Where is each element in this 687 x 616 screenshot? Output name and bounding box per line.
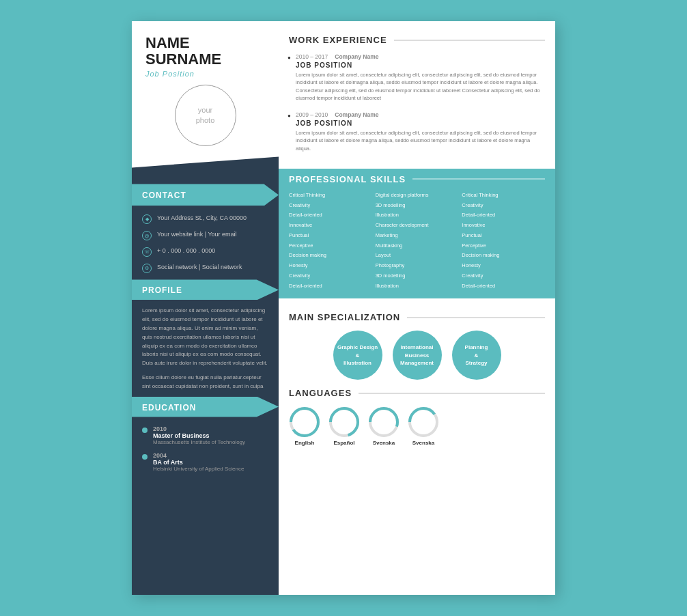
spec-circle-text: Graphic Design & Illustration [337, 344, 378, 367]
skill-item: Honesty [289, 262, 372, 270]
lang-circle-wrap: Svenska [368, 406, 399, 446]
skill-item: Decision making [462, 251, 545, 260]
resume: NAME SURNAME Job Position yourphoto CONT… [132, 21, 555, 595]
edu-item-1: 2010 Master of Business Massachusetts In… [142, 425, 268, 445]
contact-website: @ Your website link | Your email [142, 230, 268, 240]
work-title-1: JOB POSITION [296, 61, 545, 69]
lang-circles: English Español Svenska Svenska [289, 406, 545, 446]
skill-item: Decision making [289, 251, 372, 260]
work-item-1: 2010 – 2017 Company Name JOB POSITION Lo… [289, 53, 545, 102]
lang-label: Español [333, 440, 354, 446]
website-text: Your website link | Your email [157, 230, 237, 239]
skill-item: Detail-oriented [289, 282, 372, 291]
work-exp-title: WORK EXPERIENCE [289, 35, 387, 45]
contact-address: ◆ Your Address St., City, CA 00000 [142, 214, 268, 224]
skill-item: Detail-oriented [462, 211, 545, 220]
contact-header: CONTACT [132, 184, 279, 206]
work-years-1: 2010 – 2017 [296, 53, 328, 60]
skills-section: PROFESSIONAL SKILLS Critical ThinkingDig… [279, 169, 555, 299]
work-meta-1: 2010 – 2017 Company Name [296, 53, 545, 60]
skill-item: Perceptive [289, 242, 372, 251]
name-block: NAME SURNAME Job Position [145, 35, 265, 78]
skills-title-text: PROFESSIONAL SKILLS [289, 174, 406, 184]
lang-title-underline [359, 393, 545, 394]
skill-item: Creativity [462, 201, 545, 210]
spec-title-underline [407, 317, 545, 318]
contact-social: ⚙ Social network | Social network [142, 263, 268, 273]
job-position: Job Position [145, 70, 265, 78]
profile-section: PROFILE Lorem ipsum dolor sit amet, cons… [132, 279, 279, 391]
skills-title-bar [412, 178, 545, 180]
skills-grid: Critical ThinkingDigital design platform… [289, 191, 545, 291]
skill-item: Critical Thinking [462, 191, 545, 200]
skill-item: Creativity [289, 272, 372, 281]
left-column: NAME SURNAME Job Position yourphoto CONT… [132, 21, 279, 595]
skill-item: Photography [376, 262, 459, 270]
contact-items: ◆ Your Address St., City, CA 00000 @ You… [132, 214, 279, 273]
profile-header: PROFILE [132, 279, 279, 300]
skill-item: Detail-oriented [462, 282, 545, 291]
lang-circle-wrap: Svenska [408, 406, 439, 446]
education-title: EDUCATION [142, 403, 196, 412]
spec-header-bar: MAIN SPECIALIZATION [289, 312, 545, 322]
profile-text2: Esse cillum dolore eu fugiat nulla paria… [142, 374, 268, 391]
edu-item-2: 2004 BA of Arts Helsinki University of A… [142, 452, 268, 472]
lang-title: LANGUAGES [289, 388, 352, 398]
skill-item: Innovative [289, 221, 372, 230]
skill-item: Layout [376, 251, 459, 260]
spec-circle: Planning & Strategy [452, 331, 501, 380]
lang-label: Svenska [412, 440, 434, 446]
lang-section: LANGUAGES English Español Svenska Svensk… [289, 388, 545, 446]
phone-text: + 0 . 000 . 000 . 0000 [157, 247, 215, 255]
work-company-2: Company Name [335, 111, 378, 118]
edu-degree-1: Master of Business [153, 432, 245, 439]
skill-item: Character development [376, 221, 459, 230]
lang-circle [368, 406, 399, 438]
skills-title-row: PROFESSIONAL SKILLS [289, 174, 545, 184]
edu-dot-2 [142, 454, 148, 460]
skill-item: Innovative [462, 221, 545, 230]
spec-circle: International Business Management [393, 331, 442, 380]
contact-phone: ☏ + 0 . 000 . 000 . 0000 [142, 247, 268, 257]
skill-item: 3D modelling [376, 272, 459, 281]
lang-header-bar: LANGUAGES [289, 388, 545, 398]
skill-item: Perceptive [462, 242, 545, 251]
skill-item: Creativity [289, 201, 372, 210]
spec-title: MAIN SPECIALIZATION [289, 312, 400, 322]
contact-title: CONTACT [142, 191, 186, 200]
social-icon: ⚙ [142, 264, 152, 273]
edu-dot-1 [142, 428, 148, 433]
phone-icon: ☏ [142, 247, 152, 257]
edu-year-2: 2004 [153, 452, 244, 459]
edu-content-1: 2010 Master of Business Massachusetts In… [153, 425, 245, 445]
lang-circle [408, 406, 439, 438]
dark-section: CONTACT ◆ Your Address St., City, CA 000… [132, 184, 279, 595]
work-item-2: 2009 – 2010 Company Name JOB POSITION Lo… [289, 111, 545, 152]
right-column: WORK EXPERIENCE 2010 – 2017 Company Name… [279, 21, 555, 595]
lang-label: Svenska [373, 440, 395, 446]
social-text: Social network | Social network [157, 263, 242, 272]
spec-circle-text: Planning & Strategy [465, 344, 488, 367]
edu-school-2: Helsinki University of Applied Science [153, 466, 244, 472]
teal-separator [132, 156, 279, 184]
edu-year-1: 2010 [153, 425, 245, 432]
left-top: NAME SURNAME Job Position yourphoto [132, 21, 279, 146]
skill-item: Honesty [462, 262, 545, 270]
skill-item: Multitasking [376, 242, 459, 251]
education-section: EDUCATION 2010 Master of Business Massac… [132, 397, 279, 472]
work-title-underline [394, 40, 545, 41]
skill-item: Punctual [289, 232, 372, 240]
work-desc-2: Lorem ipsum dolor sit amet, consectetur … [296, 129, 545, 152]
work-meta-2: 2009 – 2010 Company Name [296, 111, 545, 118]
skill-item: Creativity [462, 272, 545, 281]
address-text: Your Address St., City, CA 00000 [157, 214, 247, 223]
email-icon: @ [142, 231, 152, 240]
profile-title: PROFILE [142, 285, 182, 295]
lang-label: English [295, 440, 315, 446]
skill-item: Illustration [376, 211, 459, 220]
skill-item: 3D modelling [376, 201, 459, 210]
skill-item: Digital design platforms [376, 191, 459, 200]
skill-item: Critical Thinking [289, 191, 372, 200]
lang-circle [328, 406, 360, 438]
spec-circles: Graphic Design & IllustrationInternation… [289, 331, 545, 380]
